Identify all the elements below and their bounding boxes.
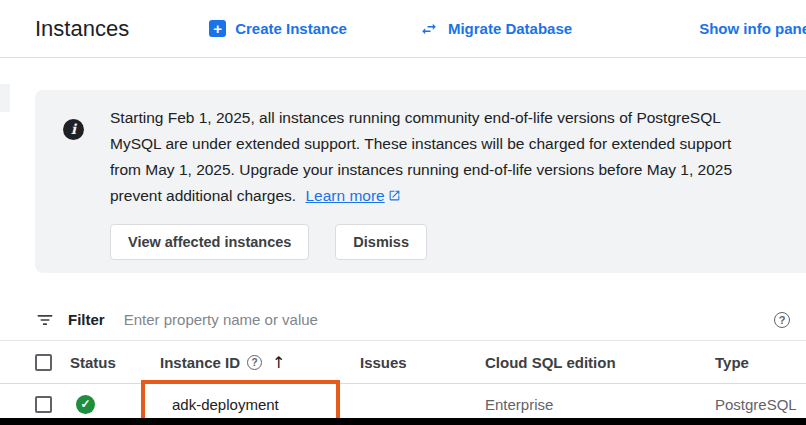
banner-text-line: from May 1, 2025. Upgrade your instances… [110,157,732,183]
view-affected-instances-button[interactable]: View affected instances [110,224,309,260]
page-title: Instances [35,16,129,42]
column-header-issues: Issues [360,354,485,371]
table-header-row: Status Instance ID ? ↑ Issues Cloud SQL … [0,341,806,384]
banner-text-line4: prevent additional charges. [110,187,296,204]
filter-icon[interactable] [35,310,55,330]
migrate-database-label: Migrate Database [448,20,572,37]
migrate-database-button[interactable]: Migrate Database [419,20,572,38]
left-panel-edge [0,84,10,112]
row-checkbox[interactable] [35,396,52,413]
show-info-pane-label: Show info pane [699,20,806,37]
eol-notice-banner: i Starting Feb 1, 2025, all instances ru… [35,90,806,273]
filter-input[interactable] [122,310,774,329]
filter-bar: Filter ? [0,299,806,341]
external-link-icon [388,184,401,210]
edition-cell: Enterprise [485,396,715,413]
instance-id-help-icon[interactable]: ? [247,355,262,370]
banner-text-line: Starting Feb 1, 2025, all instances runn… [110,105,732,131]
column-header-instance-id[interactable]: Instance ID ? ↑ [160,353,360,372]
add-box-icon: + [209,20,226,37]
show-info-pane-button[interactable]: Show info pane [699,20,806,37]
swap-arrows-icon [419,20,439,38]
create-instance-label: Create Instance [235,20,347,37]
status-healthy-icon: ✓ [76,395,95,414]
bottom-black-bar [0,418,806,425]
filter-label: Filter [68,311,105,328]
banner-body: Starting Feb 1, 2025, all instances runn… [110,105,732,273]
select-all-checkbox[interactable] [35,354,52,371]
banner-buttons: View affected instances Dismiss [110,224,732,260]
column-header-status: Status [70,354,160,371]
type-cell: PostgreSQL [715,396,806,413]
page-header: Instances + Create Instance Migrate Data… [0,0,806,58]
instance-id-cell[interactable]: adk-deployment [160,396,360,413]
column-header-type: Type [715,354,806,371]
create-instance-button[interactable]: + Create Instance [209,20,347,37]
banner-text-line: MySQL are under extended support. These … [110,131,732,157]
sort-ascending-icon[interactable]: ↑ [272,353,285,372]
column-header-edition: Cloud SQL edition [485,354,715,371]
dismiss-button[interactable]: Dismiss [335,224,427,260]
filter-help-icon[interactable]: ? [774,312,790,328]
banner-text-line: prevent additional charges. Learn more [110,183,732,210]
info-icon: i [63,119,84,140]
cloud-sql-instances-page: Instances + Create Instance Migrate Data… [0,0,806,425]
learn-more-link[interactable]: Learn more [305,187,400,204]
